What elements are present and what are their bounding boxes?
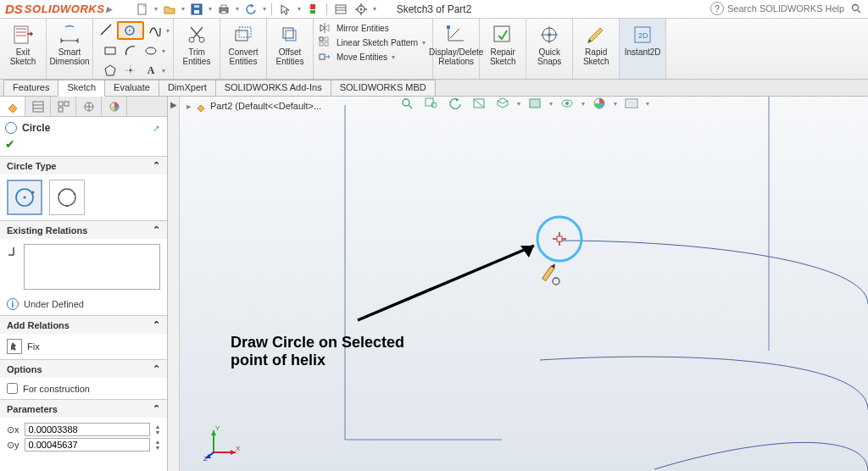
- qat-options-icon[interactable]: [332, 2, 349, 17]
- qat-select-icon[interactable]: [277, 2, 294, 17]
- model-canvas: [180, 97, 868, 471]
- add-relations-heading: Add Relations: [7, 320, 70, 330]
- exit-sketch-button[interactable]: Exit Sketch: [3, 20, 42, 66]
- spin-down-icon[interactable]: ▼: [155, 445, 161, 451]
- svg-line-19: [858, 10, 860, 13]
- svg-text:2D: 2D: [638, 31, 648, 40]
- svg-point-25: [146, 47, 156, 54]
- offset-entities-button[interactable]: Offset Entities: [270, 20, 309, 66]
- search-help: ?: [710, 2, 863, 15]
- rapid-sketch-button[interactable]: Rapid Sketch: [576, 20, 615, 66]
- pm-tab-feature-icon[interactable]: [0, 97, 25, 116]
- fix-label: Fix: [27, 341, 40, 352]
- trim-entities-button[interactable]: Trim Entities: [177, 20, 216, 66]
- tab-evaluate[interactable]: Evaluate: [104, 80, 159, 96]
- tab-features[interactable]: Features: [3, 80, 58, 96]
- help-icon[interactable]: ?: [710, 2, 724, 15]
- quick-snaps-button[interactable]: Quick Snaps: [530, 20, 569, 66]
- tab-sketch[interactable]: Sketch: [58, 80, 105, 97]
- options-heading: Options: [7, 364, 42, 374]
- spin-up-icon[interactable]: ▲: [155, 439, 161, 445]
- qat-new-icon[interactable]: [134, 2, 151, 17]
- text-tool-icon[interactable]: A: [142, 62, 160, 79]
- polygon-tool-icon[interactable]: [101, 62, 120, 79]
- pm-tab-props-icon[interactable]: [25, 97, 51, 116]
- svg-rect-91: [542, 266, 554, 281]
- search-input[interactable]: [727, 3, 846, 14]
- spline-tool-icon[interactable]: [146, 21, 164, 38]
- collapse-icon[interactable]: ⌃: [153, 160, 160, 171]
- svg-point-18: [853, 5, 859, 11]
- circle-tool-button[interactable]: [117, 21, 144, 40]
- repair-sketch-button[interactable]: Repair Sketch: [483, 20, 522, 66]
- mirror-entities-button[interactable]: Mirror Entities: [319, 22, 389, 34]
- pm-title: Circle: [22, 122, 147, 134]
- pm-tab-dim-icon[interactable]: [76, 97, 102, 116]
- pm-tab-config-icon[interactable]: [51, 97, 76, 116]
- svg-point-66: [32, 191, 35, 194]
- svg-rect-7: [310, 4, 315, 9]
- svg-point-65: [24, 197, 26, 199]
- instant2d-button[interactable]: 2D Instant2D: [623, 20, 662, 57]
- svg-rect-59: [58, 108, 63, 112]
- line-tool-icon[interactable]: [97, 21, 115, 38]
- annotation-text: Draw Circle on Selected point of helix: [231, 334, 404, 369]
- param-y-input[interactable]: [25, 438, 150, 452]
- view-triad-icon[interactable]: Y X Z: [203, 420, 246, 463]
- spin-up-icon[interactable]: ▲: [155, 424, 161, 429]
- relation-icon: [7, 244, 19, 258]
- perimeter-circle-option[interactable]: [49, 180, 85, 215]
- svg-rect-57: [58, 102, 63, 106]
- qat-save-icon[interactable]: [188, 2, 205, 17]
- fix-relation-button[interactable]: [7, 339, 22, 354]
- ellipse-tool-icon[interactable]: [142, 42, 160, 59]
- collapse-icon[interactable]: ⌃: [153, 363, 160, 374]
- arc-tool-icon[interactable]: [121, 42, 140, 59]
- existing-relations-list[interactable]: [24, 244, 160, 290]
- param-y-icon: ⊙y: [7, 440, 19, 451]
- point-tool-icon[interactable]: [121, 62, 140, 79]
- rectangle-tool-icon[interactable]: [101, 42, 120, 59]
- collapse-icon[interactable]: ⌃: [153, 319, 160, 330]
- graphics-viewport[interactable]: ▸ Part2 (Default<<Default>... ▾ ▾ ▾ ▾ ▾: [180, 97, 868, 471]
- center-circle-option[interactable]: [7, 180, 42, 215]
- svg-point-68: [58, 193, 61, 196]
- qat-undo-icon[interactable]: [242, 2, 259, 17]
- spin-down-icon[interactable]: ▼: [155, 429, 161, 435]
- tab-mbd[interactable]: SOLIDWORKS MBD: [331, 80, 436, 96]
- smart-dimension-button[interactable]: Smart Dimension: [50, 20, 89, 66]
- tab-dimxpert[interactable]: DimXpert: [159, 80, 216, 96]
- collapse-icon[interactable]: ⌃: [153, 224, 160, 236]
- qat-rebuild-icon[interactable]: [304, 2, 321, 17]
- param-x-input[interactable]: [25, 423, 150, 436]
- svg-rect-5: [221, 5, 226, 8]
- pm-ok-button[interactable]: ✔: [0, 136, 167, 156]
- svg-text:Z: Z: [203, 455, 208, 463]
- move-entities-button[interactable]: Move Entities ▾: [319, 51, 395, 63]
- svg-rect-37: [286, 30, 296, 41]
- help-pin-icon[interactable]: ➚: [153, 123, 160, 134]
- svg-rect-24: [105, 47, 115, 54]
- svg-rect-54: [33, 102, 43, 112]
- for-construction-checkbox[interactable]: [7, 383, 18, 394]
- search-icon[interactable]: [849, 2, 863, 15]
- svg-rect-90: [557, 236, 562, 241]
- qat-open-icon[interactable]: [161, 2, 178, 17]
- svg-rect-38: [320, 37, 323, 41]
- svg-rect-34: [236, 30, 248, 41]
- logo-dropdown-icon[interactable]: ▸: [106, 3, 112, 15]
- svg-point-93: [553, 278, 559, 285]
- tab-addins[interactable]: SOLIDWORKS Add-Ins: [215, 80, 331, 96]
- app-logo: DS SOLIDWORKS ▸: [0, 2, 117, 16]
- linear-pattern-button[interactable]: Linear Sketch Pattern ▾: [319, 36, 426, 48]
- svg-point-13: [360, 8, 363, 10]
- convert-entities-button[interactable]: Convert Entities: [224, 20, 263, 66]
- qat-print-icon[interactable]: [215, 2, 232, 17]
- pm-tab-appearance-icon[interactable]: [102, 97, 127, 116]
- feature-tree-flyout-strip[interactable]: ▶: [168, 97, 180, 471]
- svg-marker-26: [105, 65, 115, 75]
- svg-rect-35: [239, 27, 251, 37]
- collapse-icon[interactable]: ⌃: [153, 403, 160, 414]
- display-relations-button[interactable]: Display/Delete Relations: [437, 20, 476, 66]
- qat-settings-icon[interactable]: [353, 2, 370, 17]
